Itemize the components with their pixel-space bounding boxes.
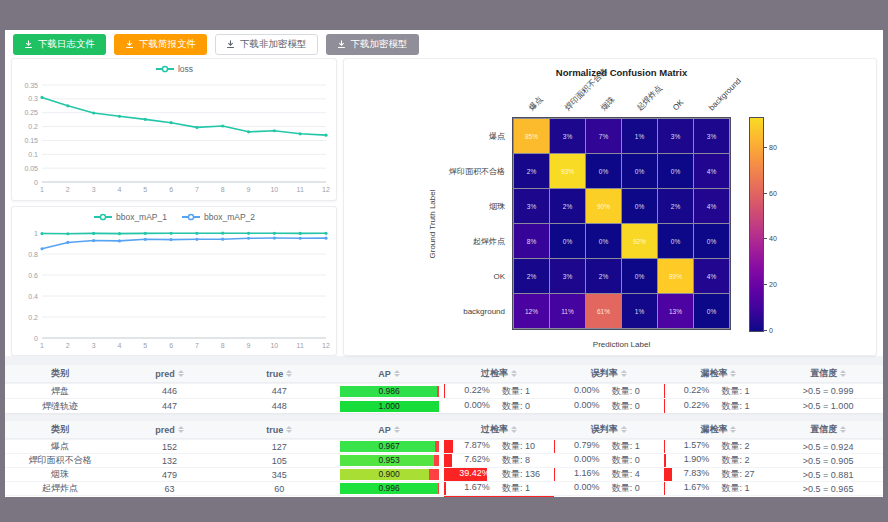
rate-count: 数量: 0 bbox=[612, 496, 658, 497]
svg-text:0.15: 0.15 bbox=[24, 137, 38, 144]
matrix-cell: 4% bbox=[694, 154, 729, 188]
matrix-cell: 3% bbox=[550, 259, 585, 293]
svg-text:12: 12 bbox=[322, 186, 330, 193]
overdetect-cell: 0.00%数量: 0 bbox=[444, 399, 554, 413]
column-header-过检率[interactable]: 过检率 bbox=[444, 421, 554, 438]
colorbar-tick bbox=[764, 284, 767, 285]
svg-text:0.25: 0.25 bbox=[24, 109, 38, 116]
table-row: OK1171000.929117.00%数量: 1170.00%数量: 00.0… bbox=[5, 495, 883, 497]
matrix-column-label: 爆点 bbox=[526, 94, 545, 113]
download-unencrypted-model-button[interactable]: 下载非加密模型 bbox=[215, 34, 318, 55]
column-header-pred[interactable]: pred bbox=[115, 365, 225, 382]
column-header-漏检率[interactable]: 漏检率 bbox=[664, 421, 774, 438]
sort-icon[interactable] bbox=[840, 370, 846, 377]
legend-item-loss[interactable]: loss bbox=[155, 64, 193, 74]
matrix-cell: 0% bbox=[622, 154, 657, 188]
column-header-true[interactable]: true bbox=[225, 421, 335, 438]
ap-cell: 0.996 bbox=[334, 482, 444, 495]
table-header-row: 类别predtrueAP过检率误判率漏检率置信度 bbox=[5, 365, 883, 383]
download-log-button[interactable]: 下载日志文件 bbox=[13, 34, 106, 55]
left-charts-column: loss 00.050.10.150.20.250.30.35123456789… bbox=[11, 58, 337, 356]
table-row: 烟珠4793450.90039.42%数量: 1361.16%数量: 47.83… bbox=[5, 467, 883, 481]
column-header-类别: 类别 bbox=[5, 365, 115, 382]
rate-value: 7.83% bbox=[669, 468, 709, 481]
matrix-cell: 3% bbox=[514, 189, 549, 223]
sort-icon[interactable] bbox=[621, 370, 627, 377]
download-icon bbox=[226, 40, 235, 49]
confidence-cell: >0.5 = 0.940 bbox=[773, 496, 883, 497]
sort-icon[interactable] bbox=[730, 370, 736, 377]
rate-count: 数量: 27 bbox=[721, 468, 767, 481]
column-header-置信度[interactable]: 置信度 bbox=[773, 421, 883, 438]
misjudge-cell: 0.00%数量: 0 bbox=[554, 399, 664, 413]
column-header-过检率[interactable]: 过检率 bbox=[444, 365, 554, 382]
column-header-漏检率[interactable]: 漏检率 bbox=[664, 365, 774, 382]
svg-text:0.4: 0.4 bbox=[28, 292, 38, 299]
sort-icon[interactable] bbox=[511, 370, 517, 377]
confidence-cell: >0.5 = 0.965 bbox=[773, 482, 883, 495]
overdetect-cell: 117.00%数量: 117 bbox=[444, 496, 554, 497]
loss-chart-card: loss 00.050.10.150.20.250.30.35123456789… bbox=[11, 58, 337, 201]
column-header-置信度[interactable]: 置信度 bbox=[773, 365, 883, 382]
svg-text:9: 9 bbox=[247, 342, 251, 349]
column-header-label: 类别 bbox=[51, 423, 69, 436]
sort-icon[interactable] bbox=[286, 370, 292, 377]
sort-icon[interactable] bbox=[394, 370, 400, 377]
legend-item-bbox_mAP_1[interactable]: bbox_mAP_1 bbox=[93, 212, 167, 222]
colorbar-tick-label: 0 bbox=[769, 327, 773, 334]
true-cell: 60 bbox=[225, 482, 335, 495]
matrix-cell: 1% bbox=[622, 294, 657, 328]
map-chart: 00.20.40.60.81123456789101112 bbox=[12, 227, 336, 353]
sort-icon[interactable] bbox=[511, 426, 517, 433]
download-icon bbox=[337, 40, 346, 49]
sort-icon[interactable] bbox=[730, 426, 736, 433]
overdetect-cell: 39.42%数量: 136 bbox=[444, 468, 554, 481]
legend-item-bbox_mAP_2[interactable]: bbox_mAP_2 bbox=[181, 212, 255, 222]
sort-icon[interactable] bbox=[840, 426, 846, 433]
table-row: 爆点1521270.9677.87%数量: 100.79%数量: 11.57%数… bbox=[5, 439, 883, 453]
missed-cell: 0.00%数量: 0 bbox=[664, 496, 774, 497]
column-header-label: 置信度 bbox=[810, 367, 837, 380]
column-header-label: 误判率 bbox=[591, 367, 618, 380]
misjudge-cell: 0.00%数量: 0 bbox=[554, 496, 664, 497]
column-header-AP[interactable]: AP bbox=[334, 421, 444, 438]
sort-icon[interactable] bbox=[621, 426, 627, 433]
svg-text:0: 0 bbox=[34, 334, 38, 341]
column-header-true[interactable]: true bbox=[225, 365, 335, 382]
sort-icon[interactable] bbox=[286, 426, 292, 433]
svg-text:0.3: 0.3 bbox=[28, 95, 38, 102]
matrix-cell: 0% bbox=[658, 154, 693, 188]
pred-cell: 117 bbox=[115, 496, 225, 497]
column-header-AP[interactable]: AP bbox=[334, 365, 444, 382]
column-header-pred[interactable]: pred bbox=[115, 421, 225, 438]
sort-icon[interactable] bbox=[178, 370, 184, 377]
column-header-label: AP bbox=[378, 369, 391, 379]
column-header-label: true bbox=[266, 425, 283, 435]
colorbar-tick bbox=[764, 330, 767, 331]
sort-icon[interactable] bbox=[178, 426, 184, 433]
matrix-cell: 4% bbox=[694, 189, 729, 223]
column-header-误判率[interactable]: 误判率 bbox=[554, 365, 664, 382]
rate-count: 数量: 1 bbox=[502, 482, 548, 495]
svg-text:9: 9 bbox=[247, 186, 251, 193]
sort-icon[interactable] bbox=[394, 426, 400, 433]
rate-count: 数量: 1 bbox=[721, 482, 767, 495]
matrix-cell: 8% bbox=[514, 224, 549, 258]
misjudge-cell: 0.00%数量: 0 bbox=[554, 482, 664, 495]
true-cell: 345 bbox=[225, 468, 335, 481]
download-report-button[interactable]: 下载简报文件 bbox=[114, 34, 207, 55]
heatmap-title: Normalized Confusion Matrix bbox=[556, 67, 687, 78]
matrix-cell: 93% bbox=[550, 154, 585, 188]
rate-value: 0.79% bbox=[560, 440, 600, 453]
svg-text:3: 3 bbox=[92, 186, 96, 193]
matrix-row-label: 起焊炸点 bbox=[344, 224, 505, 258]
charts-area: loss 00.050.10.150.20.250.30.35123456789… bbox=[5, 58, 883, 356]
overdetect-cell: 1.67%数量: 1 bbox=[444, 482, 554, 495]
download-encrypted-model-label: 下载加密模型 bbox=[351, 38, 408, 51]
column-header-label: 类别 bbox=[51, 367, 69, 380]
download-encrypted-model-button[interactable]: 下载加密模型 bbox=[326, 34, 419, 55]
ap-cell: 1.000 bbox=[334, 399, 444, 413]
table-row: 焊缝轨迹4474481.0000.00%数量: 00.00%数量: 00.22%… bbox=[5, 398, 883, 413]
column-header-误判率[interactable]: 误判率 bbox=[554, 421, 664, 438]
matrix-cell: 13% bbox=[658, 294, 693, 328]
